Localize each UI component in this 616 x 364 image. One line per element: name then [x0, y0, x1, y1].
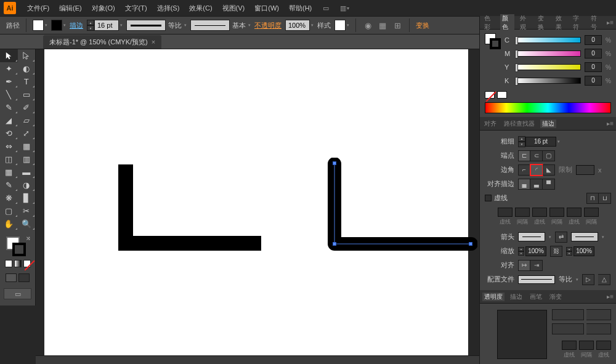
scale-end[interactable]: ▲▼100%: [566, 246, 594, 256]
menu-select[interactable]: 选择(S): [152, 0, 185, 16]
rectangle-tool[interactable]: ▭: [18, 88, 36, 101]
swap-arrows-button[interactable]: ⇄: [555, 232, 567, 243]
gradient-chip[interactable]: [14, 260, 22, 267]
artboard[interactable]: [44, 49, 468, 364]
fill-stroke-control[interactable]: ⤭: [6, 237, 27, 257]
mask-button-b[interactable]: [586, 323, 611, 334]
tab-stroke[interactable]: 描边: [540, 119, 556, 128]
pen-tool[interactable]: ✒: [0, 75, 18, 88]
profile-dropdown[interactable]: [518, 275, 555, 284]
horizontal-scrollbar[interactable]: [36, 355, 479, 364]
mask-button-a[interactable]: [552, 323, 584, 334]
type-tool[interactable]: T: [18, 75, 36, 88]
stroke-swatch[interactable]: [12, 243, 26, 256]
panel-menu-icon[interactable]: ▸≡: [607, 293, 614, 300]
brush-definition-dropdown[interactable]: 基本 ▾: [190, 20, 251, 31]
arrow-end-dropdown[interactable]: [571, 232, 598, 241]
cyan-value[interactable]: 0: [585, 35, 602, 45]
cyan-slider[interactable]: [516, 37, 581, 43]
menu-object[interactable]: 对象(O): [87, 0, 120, 16]
cap-butt-button[interactable]: ⊏: [518, 150, 530, 161]
document-tab[interactable]: 未标题-1* @ 150% (CMYK/预览) ×: [43, 35, 161, 49]
gradient-tool[interactable]: ▬: [18, 166, 36, 179]
weight-value[interactable]: 16 pt: [525, 137, 556, 147]
tab-gradient[interactable]: 渐变: [548, 293, 564, 301]
style-dropdown[interactable]: ▾: [334, 20, 349, 31]
dash-preserve-button[interactable]: ⊓: [586, 193, 599, 204]
scale-start[interactable]: ▲▼100%: [518, 246, 546, 256]
canvas-area[interactable]: [36, 49, 479, 364]
dash-1[interactable]: [498, 208, 513, 217]
weight-stepper[interactable]: ▲▼ 16 pt ▾: [518, 136, 560, 147]
color-spectrum[interactable]: [485, 102, 611, 113]
dash-2[interactable]: [532, 208, 547, 217]
panel-fill-stroke[interactable]: [485, 33, 502, 51]
graph-tool[interactable]: ▊: [18, 192, 36, 204]
none-chip[interactable]: [23, 260, 31, 267]
yellow-slider[interactable]: [516, 64, 581, 70]
blob-brush-tool[interactable]: ◢: [0, 114, 18, 127]
anchor-point[interactable]: [333, 242, 336, 246]
fill-swatch-dropdown[interactable]: ▾: [33, 20, 47, 31]
black-value[interactable]: 0: [585, 76, 602, 86]
dash-align-button[interactable]: ⊔: [599, 193, 611, 204]
anchor-point[interactable]: [333, 161, 336, 165]
dashed-checkbox[interactable]: 虚线: [485, 193, 508, 203]
transform-icon[interactable]: ⊞: [392, 20, 403, 31]
hand-tool[interactable]: ✋: [0, 217, 18, 230]
align-icon[interactable]: ▦: [377, 20, 388, 31]
mesh-tool[interactable]: ▦: [0, 166, 18, 179]
artboard-tool[interactable]: ▢: [0, 204, 18, 217]
yellow-value[interactable]: 0: [585, 62, 602, 72]
blend-tool[interactable]: ◑: [18, 179, 36, 192]
opacity-input[interactable]: 100% ▾: [285, 20, 314, 31]
direct-selection-tool[interactable]: [18, 49, 36, 62]
tab-stroke[interactable]: 画笔: [528, 293, 544, 301]
none-swatch[interactable]: [485, 91, 495, 99]
symbol-sprayer-tool[interactable]: ❋: [0, 192, 18, 204]
tab-effects[interactable]: 效果: [554, 14, 568, 31]
blend-mode-dropdown[interactable]: [552, 309, 584, 320]
tp-gap-1[interactable]: [579, 341, 594, 350]
recolor-icon[interactable]: ◉: [362, 20, 373, 31]
magenta-value[interactable]: 0: [585, 49, 602, 59]
menu-view[interactable]: 视图(V): [217, 0, 250, 16]
opacity-value[interactable]: 100%: [285, 20, 310, 31]
lasso-tool[interactable]: ◐: [18, 62, 36, 75]
tab-color[interactable]: 颜色: [500, 14, 514, 31]
tab-transparency[interactable]: 透明度: [482, 293, 505, 301]
arrow-align-tip[interactable]: ⇥: [530, 260, 543, 271]
rotate-tool[interactable]: ⟲: [0, 127, 18, 140]
perspective-tool[interactable]: ▥: [18, 153, 36, 166]
panel-menu-icon[interactable]: ▸≡: [607, 120, 614, 127]
close-icon[interactable]: ×: [152, 38, 155, 46]
flip-across-icon[interactable]: △: [598, 274, 610, 285]
arrow-start-dropdown[interactable]: [518, 232, 545, 241]
white-swatch[interactable]: [497, 91, 507, 99]
anchor-point[interactable]: [469, 242, 472, 246]
menu-edit[interactable]: 编辑(E): [54, 0, 87, 16]
zoom-tool[interactable]: 🔍: [18, 217, 36, 230]
gap-1[interactable]: [515, 208, 530, 217]
screen-mode-normal[interactable]: [6, 273, 17, 282]
tp-dash-2[interactable]: [596, 341, 611, 350]
shape-l-round[interactable]: [325, 158, 477, 253]
stroke-panel-link[interactable]: 描边: [70, 21, 83, 30]
flip-along-icon[interactable]: ▷: [582, 274, 594, 285]
tab-symbols[interactable]: 符号: [589, 14, 603, 31]
swap-fill-stroke-icon[interactable]: ⤭: [26, 235, 31, 241]
corner-bevel-button[interactable]: ◣: [543, 164, 555, 176]
screen-mode-full[interactable]: [18, 273, 30, 282]
shape-l-miter[interactable]: [118, 164, 261, 251]
scale-tool[interactable]: ⤢: [18, 127, 36, 140]
align-outside-button[interactable]: ▀: [543, 179, 555, 190]
align-inside-button[interactable]: ▃: [530, 179, 543, 190]
tab-brushes[interactable]: 描边: [508, 293, 524, 301]
tab-character[interactable]: 字符: [571, 14, 585, 31]
stroke-width-value[interactable]: 16 pt: [94, 20, 119, 31]
eyedropper-tool[interactable]: ✎: [0, 179, 18, 192]
transform-link[interactable]: 变换: [416, 21, 429, 30]
stroke-width-input[interactable]: ▲▼ 16 pt ▾: [87, 20, 123, 31]
gap-2[interactable]: [549, 208, 564, 217]
tab-color-guide[interactable]: 色彩: [482, 14, 496, 31]
